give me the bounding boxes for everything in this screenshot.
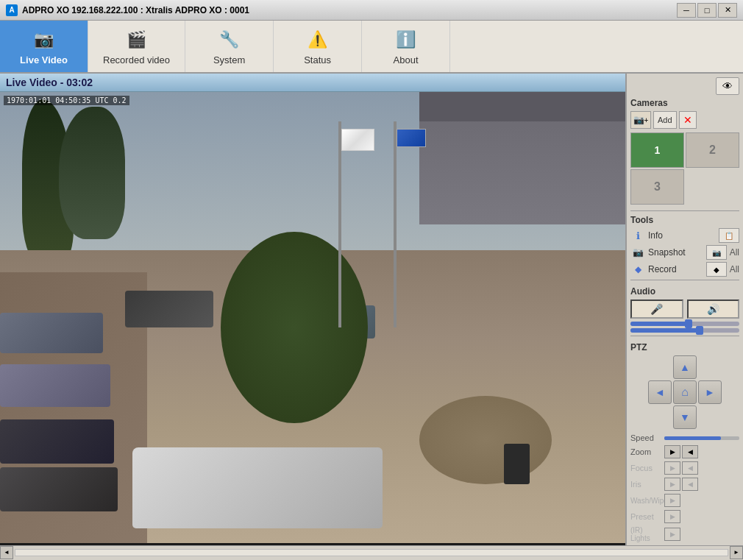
speed-slider[interactable]: [664, 436, 739, 440]
speed-fill: [664, 436, 721, 440]
info-button[interactable]: 📋: [719, 228, 739, 243]
speaker-button[interactable]: 🔊: [687, 300, 740, 319]
snapshot-icon: 📷: [630, 245, 645, 260]
tab-system[interactable]: 🔧 System: [185, 21, 274, 72]
timestamp: 1970:01:01 04:50:35 UTC 0.2: [4, 96, 129, 105]
view-toggle-button[interactable]: 👁: [716, 77, 739, 95]
camera-grid: 1 2 3: [630, 132, 739, 205]
camera-add-icon-button[interactable]: 📷 +: [630, 111, 651, 129]
mic-slider-fill: [630, 322, 690, 326]
tool-row-info: ℹ Info 📋: [630, 228, 739, 243]
snapshot-label[interactable]: Snapshot: [648, 247, 703, 258]
camera-cell-1[interactable]: 1: [630, 132, 684, 168]
tab-about[interactable]: ℹ️ About: [362, 21, 450, 72]
ptz-left-button[interactable]: ◄: [648, 380, 672, 404]
preset-row: Preset ▶: [630, 510, 739, 523]
speaker-icon: 🔊: [707, 303, 719, 315]
focus-buttons: ▶ ◀: [664, 461, 698, 475]
audio-controls: 🎤 🔊: [630, 300, 739, 319]
mic-slider-track[interactable]: [630, 322, 739, 326]
divider-3: [630, 336, 739, 336]
ptz-right-button[interactable]: ►: [698, 380, 722, 404]
tab-status-label: Status: [304, 54, 331, 65]
tab-live-video-label: Live Video: [20, 54, 68, 65]
preset-buttons: ▶: [664, 510, 680, 523]
minimize-button[interactable]: ─: [677, 3, 696, 18]
info-btn-icon: 📋: [725, 232, 733, 240]
ptz-empty-tl: [648, 355, 672, 379]
add-camera-label: Add: [658, 116, 672, 124]
title-bar-controls: ─ □ ✕: [677, 3, 737, 18]
scroll-right-button[interactable]: ►: [730, 546, 743, 559]
car-suv: [125, 291, 213, 327]
tab-about-label: About: [394, 54, 419, 65]
zoom-row: Zoom ▶ ◀: [630, 445, 739, 458]
cameras-section-label: Cameras: [630, 98, 739, 108]
zoom-buttons: ▶ ◀: [664, 445, 698, 458]
add-camera-button[interactable]: Add: [653, 111, 677, 129]
record-label[interactable]: Record: [648, 264, 703, 274]
ir-lights-label: (IR) Lights: [630, 526, 661, 542]
scroll-track-h[interactable]: [15, 549, 728, 556]
car-left-2: [0, 364, 110, 407]
ptz-center-button[interactable]: ⌂: [673, 380, 697, 404]
iris-close-button: ◀: [682, 478, 698, 491]
tools-section: Tools ℹ Info 📋 📷 Snapshot 📷 All: [630, 215, 739, 277]
info-label[interactable]: Info: [648, 230, 716, 241]
ptz-grid: ▲ ◄ ⌂ ► ▼: [630, 355, 739, 429]
focus-near-button: ▶: [664, 461, 680, 475]
flag-1: [341, 129, 374, 151]
microphone-button[interactable]: 🎤: [630, 300, 683, 319]
mic-slider-thumb[interactable]: [685, 319, 692, 328]
wash-button: ▶: [664, 494, 680, 507]
camera-cell-2[interactable]: 2: [686, 132, 739, 168]
snapshot-all-label: All: [730, 247, 739, 258]
tab-recorded-video[interactable]: 🎬 Recorded video: [88, 21, 185, 72]
washwipe-label: Wash/Wipe: [630, 497, 661, 505]
flag-2: [397, 129, 426, 147]
tab-live-video[interactable]: 📷 Live Video: [0, 21, 88, 72]
car-white: [132, 447, 383, 528]
title-bar-text: ADPRO XO 192.168.222.100 : Xtralis ADPRO…: [22, 5, 249, 15]
car-left-3: [0, 419, 114, 464]
record-all-label: All: [730, 264, 739, 274]
car-left-4: [0, 467, 118, 511]
zoom-out-button[interactable]: ◀: [682, 445, 698, 458]
title-bar: A ADPRO XO 192.168.222.100 : Xtralis ADP…: [0, 0, 743, 21]
tool-row-record: ◆ Record ◆ All: [630, 262, 739, 277]
zoom-in-button[interactable]: ▶: [664, 445, 680, 458]
speed-label: Speed: [630, 433, 661, 442]
zoom-out-icon: ◀: [688, 448, 693, 456]
camera-cell-3-label: 3: [654, 180, 661, 194]
flagpole-1: [338, 121, 341, 327]
horizontal-scrollbar[interactable]: ◄ ►: [0, 545, 743, 559]
system-icon: 🔧: [218, 28, 241, 52]
video-feed[interactable]: 1970:01:01 04:50:35 UTC 0.2: [0, 92, 625, 543]
camera-cell-3[interactable]: 3: [630, 169, 684, 205]
camera-icon: 📷: [633, 115, 644, 125]
remove-camera-icon: ✕: [683, 114, 692, 126]
remove-camera-button[interactable]: ✕: [679, 111, 697, 129]
snapshot-all-icon-button[interactable]: 📷: [706, 245, 727, 260]
ptz-down-button[interactable]: ▼: [673, 405, 697, 429]
record-all-icon: ◆: [714, 266, 719, 274]
tab-status[interactable]: ⚠️ Status: [274, 21, 362, 72]
live-video-icon: 📷: [32, 28, 56, 52]
ptz-empty-bl: [648, 405, 672, 429]
maximize-button[interactable]: □: [697, 3, 717, 18]
speaker-slider-thumb[interactable]: [696, 326, 703, 335]
motorcycle: [504, 444, 530, 484]
iris-open-button: ▶: [664, 478, 680, 491]
divider-2: [630, 280, 739, 280]
tab-recorded-video-label: Recorded video: [103, 54, 170, 65]
close-button[interactable]: ✕: [718, 3, 737, 18]
ptz-up-button[interactable]: ▲: [673, 355, 697, 379]
scroll-left-button[interactable]: ◄: [0, 546, 13, 559]
record-all-icon-button[interactable]: ◆: [706, 262, 727, 277]
speaker-slider-track[interactable]: [630, 328, 739, 333]
washwipe-row: Wash/Wipe ▶: [630, 494, 739, 507]
roundabout: [419, 396, 552, 484]
video-header: Live Video - 03:02: [0, 74, 625, 92]
iris-label: Iris: [630, 480, 661, 489]
title-bar-left: A ADPRO XO 192.168.222.100 : Xtralis ADP…: [6, 4, 249, 16]
